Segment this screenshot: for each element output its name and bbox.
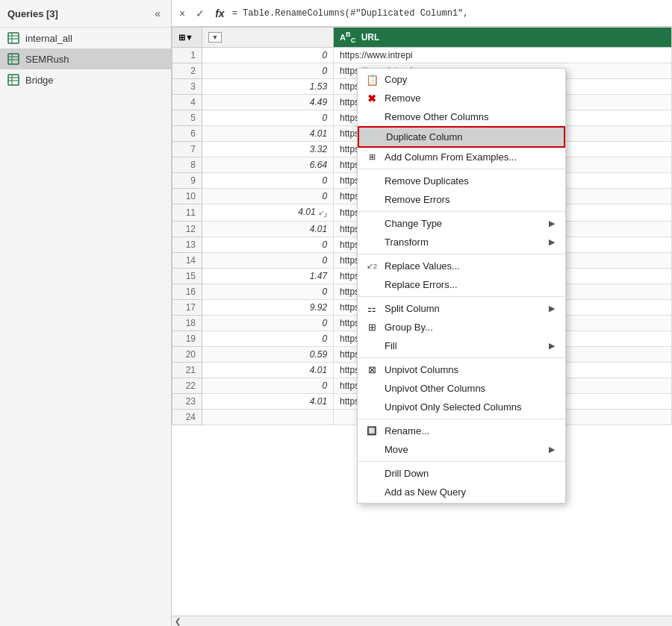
menu-item-label: Unpivot Other Columns bbox=[385, 383, 485, 394]
menu-item-drill-down[interactable]: Drill Down bbox=[358, 464, 565, 483]
submenu-arrow-icon: ▶ bbox=[549, 304, 555, 313]
copy-icon: 📋 bbox=[365, 73, 379, 87]
formula-input[interactable] bbox=[232, 8, 668, 19]
submenu-arrow-icon: ▶ bbox=[549, 445, 555, 454]
context-menu: 📋Copy✖RemoveRemove Other ColumnsDuplicat… bbox=[357, 68, 566, 504]
menu-item-group-by[interactable]: ⊞Group By... bbox=[358, 318, 565, 337]
no-icon bbox=[365, 175, 379, 188]
menu-item-label: Change Type bbox=[385, 218, 442, 229]
menu-item-label: Unpivot Columns bbox=[385, 364, 458, 375]
svg-rect-4 bbox=[8, 54, 19, 64]
group-icon: ⊞ bbox=[365, 321, 379, 334]
no-icon bbox=[365, 467, 379, 481]
menu-item-label: Fill bbox=[385, 340, 397, 351]
formula-cancel-button[interactable]: × bbox=[176, 6, 188, 21]
sidebar-item-bridge[interactable]: Bridge bbox=[0, 69, 171, 90]
menu-item-label: Remove Other Columns bbox=[385, 111, 488, 122]
svg-rect-8 bbox=[8, 75, 19, 85]
menu-item-label: Duplicate Column bbox=[386, 131, 463, 143]
menu-separator bbox=[358, 357, 565, 358]
sidebar-item-semrush[interactable]: SEMRush bbox=[0, 48, 171, 69]
no-icon bbox=[365, 193, 379, 207]
menu-item-remove-duplicates[interactable]: Remove Duplicates bbox=[358, 172, 565, 190]
context-menu-overlay: 📋Copy✖RemoveRemove Other ColumnsDuplicat… bbox=[172, 27, 672, 626]
menu-separator bbox=[358, 296, 565, 297]
menu-item-add-column-from-examples[interactable]: ⊞Add Column From Examples... bbox=[358, 148, 565, 166]
sidebar-item-internal_all[interactable]: internal_all bbox=[0, 28, 171, 48]
replace-icon: ↙2 bbox=[365, 260, 379, 273]
menu-item-rename[interactable]: 🔲Rename... bbox=[358, 422, 565, 440]
no-icon bbox=[365, 486, 379, 499]
unpivot-icon: ⊠ bbox=[365, 363, 379, 377]
no-icon bbox=[365, 278, 379, 292]
menu-item-fill[interactable]: Fill▶ bbox=[358, 337, 565, 355]
examples-icon: ⊞ bbox=[365, 151, 379, 164]
menu-item-split-column[interactable]: ⚏Split Column▶ bbox=[358, 299, 565, 318]
menu-item-label: Drill Down bbox=[385, 468, 429, 479]
menu-separator bbox=[358, 419, 565, 419]
menu-item-label: Remove bbox=[385, 93, 420, 104]
main-area: × ✓ fx ⊞▼ ▼ ABC bbox=[172, 0, 672, 626]
formula-bar: × ✓ fx bbox=[172, 0, 672, 27]
table-icon bbox=[7, 74, 19, 86]
menu-item-label: Split Column bbox=[385, 303, 440, 314]
menu-item-unpivot-other-columns[interactable]: Unpivot Other Columns bbox=[358, 379, 565, 398]
menu-item-label: Copy bbox=[385, 74, 407, 85]
menu-separator bbox=[358, 461, 565, 462]
menu-item-transform[interactable]: Transform▶ bbox=[358, 233, 565, 251]
menu-item-label: Transform bbox=[385, 237, 429, 248]
sidebar-item-label: internal_all bbox=[25, 33, 72, 44]
menu-item-label: Remove Errors bbox=[385, 194, 449, 205]
sidebar: Queries [3] « internal_all SEMRush bbox=[0, 0, 172, 626]
sidebar-title: Queries [3] bbox=[7, 8, 58, 19]
sidebar-header: Queries [3] « bbox=[0, 0, 171, 28]
menu-separator bbox=[358, 169, 565, 169]
remove-icon: ✖ bbox=[365, 92, 379, 105]
menu-item-label: Unpivot Only Selected Columns bbox=[385, 401, 522, 413]
no-icon bbox=[365, 443, 379, 457]
sidebar-item-label: SEMRush bbox=[25, 54, 69, 65]
table-icon bbox=[7, 32, 19, 44]
svg-rect-0 bbox=[8, 33, 19, 43]
menu-item-duplicate-column[interactable]: Duplicate Column bbox=[358, 126, 565, 148]
no-icon bbox=[365, 401, 379, 414]
submenu-arrow-icon: ▶ bbox=[549, 237, 555, 247]
grid-area: ⊞▼ ▼ ABC URL 10https://www.intrepi20http… bbox=[172, 27, 672, 626]
menu-item-add-as-new-query[interactable]: Add as New Query bbox=[358, 483, 565, 501]
split-icon: ⚏ bbox=[365, 302, 379, 316]
menu-separator bbox=[358, 254, 565, 254]
table-icon bbox=[7, 53, 19, 65]
no-icon bbox=[365, 339, 379, 353]
no-icon bbox=[365, 110, 379, 124]
submenu-arrow-icon: ▶ bbox=[549, 219, 555, 228]
menu-item-remove[interactable]: ✖Remove bbox=[358, 89, 565, 107]
menu-item-label: Replace Errors... bbox=[385, 279, 458, 290]
menu-item-move[interactable]: Move▶ bbox=[358, 440, 565, 459]
formula-fx-button[interactable]: fx bbox=[212, 6, 227, 21]
menu-item-remove-errors[interactable]: Remove Errors bbox=[358, 190, 565, 209]
menu-separator bbox=[358, 211, 565, 212]
menu-item-replace-errors[interactable]: Replace Errors... bbox=[358, 275, 565, 294]
sidebar-items-container: internal_all SEMRush Bridge bbox=[0, 28, 171, 90]
rename-icon: 🔲 bbox=[365, 425, 379, 438]
menu-item-replace-values[interactable]: ↙2Replace Values... bbox=[358, 257, 565, 275]
menu-item-label: Group By... bbox=[385, 322, 433, 333]
no-icon bbox=[365, 382, 379, 395]
menu-item-label: Replace Values... bbox=[385, 260, 460, 272]
menu-item-label: Add Column From Examples... bbox=[385, 151, 517, 163]
menu-item-change-type[interactable]: Change Type▶ bbox=[358, 214, 565, 233]
menu-item-label: Move bbox=[385, 444, 408, 455]
menu-item-label: Add as New Query bbox=[385, 486, 466, 498]
no-icon bbox=[365, 217, 379, 231]
no-icon bbox=[365, 236, 379, 249]
no-icon bbox=[367, 131, 380, 144]
menu-item-copy[interactable]: 📋Copy bbox=[358, 70, 565, 89]
menu-item-remove-other-columns[interactable]: Remove Other Columns bbox=[358, 107, 565, 126]
menu-item-label: Rename... bbox=[385, 425, 429, 436]
menu-item-unpivot-columns[interactable]: ⊠Unpivot Columns bbox=[358, 360, 565, 379]
submenu-arrow-icon: ▶ bbox=[549, 341, 555, 351]
sidebar-collapse-button[interactable]: « bbox=[152, 6, 164, 21]
formula-confirm-button[interactable]: ✓ bbox=[193, 6, 208, 21]
menu-item-unpivot-only-selected[interactable]: Unpivot Only Selected Columns bbox=[358, 398, 565, 416]
sidebar-item-label: Bridge bbox=[25, 75, 54, 86]
